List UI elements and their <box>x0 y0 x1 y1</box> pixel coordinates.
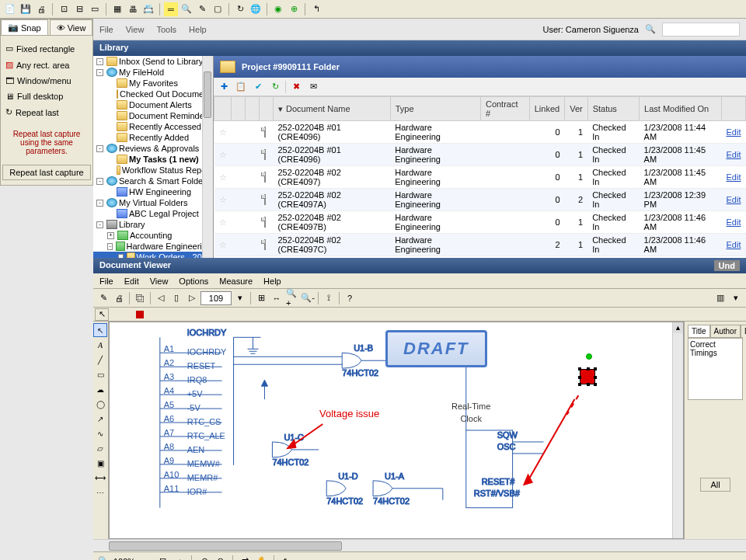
freehand-tool-icon[interactable]: ∿ <box>93 426 107 440</box>
dv-fit-icon[interactable]: ⊞ <box>254 291 268 305</box>
tab-title[interactable]: Title <box>688 325 710 337</box>
note-icon[interactable]: 📋 <box>234 80 248 94</box>
table-row[interactable]: ☆252-02204B #02 (CRE4097D)Hardware Engin… <box>214 256 746 259</box>
col-header[interactable] <box>232 97 246 121</box>
col-header[interactable]: Last Modified On <box>640 97 722 121</box>
zoom-pct[interactable]: 100% <box>113 557 135 561</box>
view-tab[interactable]: 👁View <box>50 19 93 35</box>
dv-copy-icon[interactable]: ⿻ <box>133 291 147 305</box>
tool-window-icon[interactable]: ▭ <box>88 2 102 16</box>
voltage-annotation[interactable]: Voltage issue <box>319 408 379 419</box>
table-row[interactable]: ☆252-02204B #01 (CRE4096)Hardware Engine… <box>214 144 746 166</box>
star-icon[interactable]: ☆ <box>219 127 227 137</box>
col-header[interactable]: Status <box>587 97 639 121</box>
tool-highlight-icon[interactable]: ═ <box>164 2 178 16</box>
expand-icon[interactable]: - <box>96 58 103 65</box>
edit-link[interactable]: Edit <box>726 127 741 137</box>
library-tree[interactable]: -Inbox (Send to Library)-My FileHoldMy F… <box>93 56 214 258</box>
dim-tool-icon[interactable]: ⟷ <box>93 471 107 485</box>
tool-file-icon[interactable]: 📄 <box>3 2 17 16</box>
dv-layout-icon[interactable]: ▥ <box>713 291 727 305</box>
dv-edit-icon[interactable]: ✎ <box>96 291 110 305</box>
edit-link[interactable]: Edit <box>726 240 741 249</box>
star-icon[interactable]: ☆ <box>219 150 227 159</box>
dv-page-icon[interactable]: ▯ <box>169 291 183 305</box>
stamp-tool-icon[interactable]: ▣ <box>93 456 107 470</box>
tree-item[interactable]: -My FileHold <box>93 67 213 78</box>
menu-file[interactable]: File <box>99 25 113 34</box>
dv-more-icon[interactable]: ▾ <box>729 291 743 305</box>
expand-icon[interactable]: - <box>96 178 103 185</box>
tree-item[interactable]: +Accounting <box>93 230 213 241</box>
rotate-right-icon[interactable]: ↷ <box>214 555 228 561</box>
tree-item[interactable]: -Reviews & Approvals <box>93 143 213 154</box>
star-icon[interactable]: ☆ <box>219 217 227 227</box>
cursor-tool-icon[interactable]: ↖ <box>95 308 109 321</box>
col-header[interactable]: ▾Document Name <box>274 97 391 121</box>
tool-textbox-icon[interactable]: ▢ <box>211 2 225 16</box>
table-row[interactable]: ☆252-02204B #02 (CRE4097)Hardware Engine… <box>214 166 746 189</box>
tree-item[interactable]: Checked Out Documents <box>93 89 213 99</box>
expand-icon[interactable]: - <box>118 254 124 259</box>
line-tool-icon[interactable]: ╱ <box>93 353 107 367</box>
col-header[interactable]: Linked <box>529 97 564 121</box>
tree-item[interactable]: -Search & Smart Folders <box>93 176 213 186</box>
tab-author[interactable]: Author <box>710 325 741 337</box>
table-row[interactable]: ☆252-02204B #02 (CRE4097A)Hardware Engin… <box>214 189 746 211</box>
tool-print-icon[interactable]: 🖨 <box>34 2 48 16</box>
table-row[interactable]: ☆252-02204B #02 (CRE4097C)Hardware Engin… <box>214 234 746 256</box>
more-tool-icon[interactable]: ⋯ <box>93 485 107 499</box>
flip-icon[interactable]: ⇄ <box>238 555 252 561</box>
col-header[interactable]: Ver <box>565 97 588 121</box>
tool-reload-icon[interactable]: ↻ <box>233 2 247 16</box>
expand-icon[interactable]: + <box>107 232 114 239</box>
tool-target-icon[interactable]: ◉ <box>271 2 285 16</box>
tool-apps-icon[interactable]: ▦ <box>110 2 124 16</box>
dv-help-icon[interactable]: ? <box>343 291 357 305</box>
zoom-region-icon[interactable]: ⊡ <box>155 555 169 561</box>
opt-repeat[interactable]: ↻Repeat last <box>5 104 88 120</box>
table-row[interactable]: ☆252-02204B #01 (CRE4096)Hardware Engine… <box>214 121 746 144</box>
tool-save-icon[interactable]: 💾 <box>19 2 33 16</box>
tree-item[interactable]: Workflow Status Report <box>93 165 213 176</box>
menu-tools[interactable]: Tools <box>156 25 176 34</box>
tool-printer2-icon[interactable]: 🖶 <box>126 2 140 16</box>
scroll-up-icon[interactable]: ▲ <box>673 322 683 333</box>
edit-link[interactable]: Edit <box>726 150 741 159</box>
star-icon[interactable]: ☆ <box>219 172 227 182</box>
edit-link[interactable]: Edit <box>726 172 741 182</box>
edit-link[interactable]: Edit <box>726 195 741 204</box>
tree-item[interactable]: My Favorites <box>93 78 213 89</box>
mail-icon[interactable]: ✉ <box>306 80 320 94</box>
dv-next-icon[interactable]: ▷ <box>185 291 199 305</box>
pointer-tool-icon[interactable]: ↖ <box>93 323 107 337</box>
green-marker[interactable] <box>586 353 592 360</box>
cloud-tool-icon[interactable]: ☁ <box>93 382 107 396</box>
tree-item[interactable]: -Inbox (Send to Library) <box>93 56 213 67</box>
tree-item[interactable]: Recently Added <box>93 132 213 143</box>
tool-zoom-icon[interactable]: 🔍 <box>180 2 193 16</box>
tool-exit-icon[interactable]: ↰ <box>309 2 323 16</box>
tool-pencil-icon[interactable]: ✎ <box>195 2 209 16</box>
rect-tool-icon[interactable]: ▭ <box>93 367 107 381</box>
tree-item[interactable]: -Hardware Engineering <box>93 241 213 252</box>
edit-link[interactable]: Edit <box>726 217 741 227</box>
opt-window[interactable]: 🗔Window/menu <box>5 73 88 89</box>
tree-item[interactable]: -Work Orders - 2008 <box>93 252 213 258</box>
zoom-input[interactable] <box>200 291 232 305</box>
tool-circle-icon[interactable]: ⊕ <box>287 2 301 16</box>
tree-item[interactable]: -Library <box>93 219 213 230</box>
expand-icon[interactable]: - <box>107 243 113 250</box>
draft-stamp[interactable]: DRAFT <box>385 330 487 367</box>
tree-item[interactable]: My Tasks (1 new) <box>93 154 213 165</box>
tab-d[interactable]: D <box>741 325 746 337</box>
repeat-capture-button[interactable]: Repeat last capture <box>2 165 90 180</box>
pan-icon[interactable]: ✋ <box>255 555 269 561</box>
col-header[interactable]: Type <box>390 97 480 121</box>
menu-view[interactable]: View <box>126 25 145 34</box>
dv-prev-icon[interactable]: ◁ <box>154 291 168 305</box>
tree-item[interactable]: HW Engineering <box>93 186 213 197</box>
dv-menu-help[interactable]: Help <box>263 277 281 286</box>
tool-mode1-icon[interactable]: ⊡ <box>57 2 71 16</box>
tree-item[interactable]: Recently Accessed <box>93 121 213 132</box>
